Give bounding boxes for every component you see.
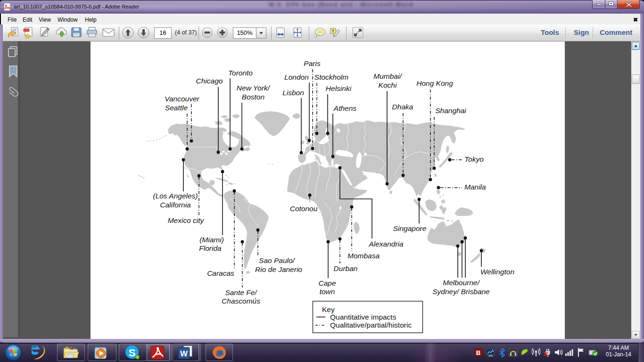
svg-text:(Miami): (Miami)	[199, 236, 224, 244]
svg-text:T: T	[332, 28, 335, 33]
svg-text:Seattle: Seattle	[165, 104, 188, 112]
svg-text:Cotonou: Cotonou	[290, 205, 318, 213]
svg-text:Wellington: Wellington	[480, 268, 514, 276]
svg-text:Durban: Durban	[334, 264, 358, 272]
svg-text:Quantitative impacts: Quantitative impacts	[330, 313, 396, 321]
svg-text:S: S	[129, 347, 136, 359]
svg-text:Manila: Manila	[464, 183, 486, 191]
svg-text:Caracas: Caracas	[207, 269, 234, 277]
svg-text:Hong Kong: Hong Kong	[416, 79, 453, 87]
svg-text:Toronto: Toronto	[228, 69, 253, 77]
svg-text:Helsinki: Helsinki	[326, 84, 352, 92]
svg-text:Chicago: Chicago	[196, 77, 223, 85]
svg-text:California: California	[160, 201, 191, 209]
svg-text:Chascomús: Chascomús	[222, 297, 260, 305]
svg-text:Vancouver: Vancouver	[165, 95, 199, 103]
svg-text:town: town	[320, 288, 335, 296]
svg-text:Qualitative/partial/historic: Qualitative/partial/historic	[330, 321, 412, 329]
svg-text:Tokyo: Tokyo	[464, 155, 484, 163]
svg-text:Sante Fe/: Sante Fe/	[225, 288, 257, 296]
svg-text:Sao Paulo/: Sao Paulo/	[259, 256, 296, 264]
svg-text:Alexandria: Alexandria	[368, 240, 404, 248]
svg-text:Mombasa: Mombasa	[347, 252, 380, 260]
svg-text:New York/: New York/	[237, 84, 271, 92]
svg-text:(Los Angeles): (Los Angeles)	[153, 192, 198, 200]
svg-text:Paris: Paris	[304, 59, 321, 67]
svg-text:Kochi: Kochi	[379, 81, 397, 89]
svg-text:Lisbon: Lisbon	[282, 89, 304, 97]
svg-text:London: London	[284, 73, 309, 81]
svg-text:Athens: Athens	[333, 104, 357, 112]
svg-text:Melbourne/: Melbourne/	[443, 279, 480, 287]
svg-text:Stockholm: Stockholm	[314, 73, 348, 81]
svg-text:W: W	[180, 349, 188, 358]
svg-text:Singapore: Singapore	[393, 224, 427, 232]
svg-text:Mexico city: Mexico city	[168, 216, 205, 224]
svg-text:Sydney/ Brisbane: Sydney/ Brisbane	[432, 288, 490, 296]
svg-text:Key: Key	[322, 305, 335, 313]
svg-text:Florida: Florida	[199, 244, 222, 252]
svg-text:Cape: Cape	[318, 279, 336, 287]
svg-text:Shanghai: Shanghai	[435, 107, 466, 115]
svg-text:Rio de Janerio: Rio de Janerio	[255, 265, 302, 273]
svg-text:Dhaka: Dhaka	[392, 103, 413, 111]
svg-text:Boston: Boston	[242, 93, 264, 101]
svg-text:Mumbai/: Mumbai/	[373, 72, 402, 80]
svg-text:B: B	[476, 349, 480, 356]
